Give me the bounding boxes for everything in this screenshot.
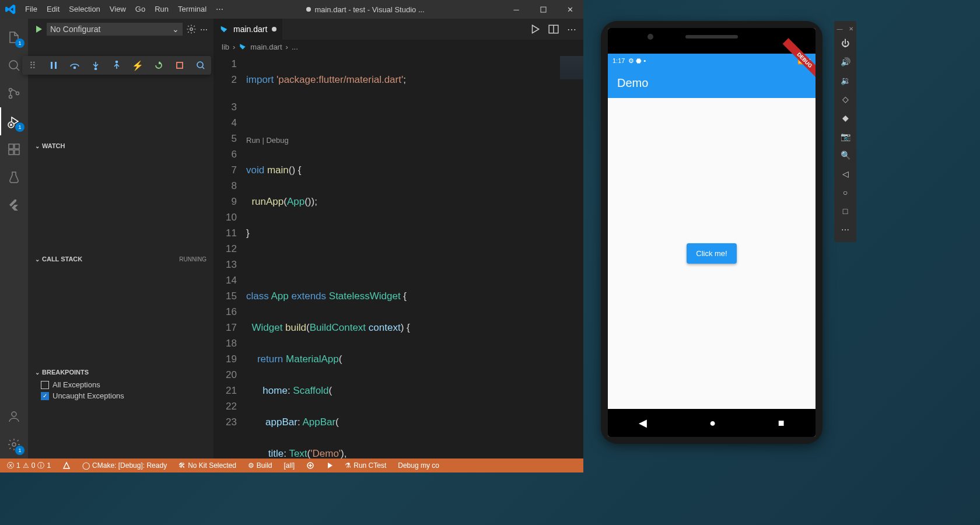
menu-go[interactable]: Go: [131, 0, 150, 19]
android-emulator: 1:17 ⚙ ⬣ ▪ 📶 ▮ DEBUG Demo Click me! ◀ ● …: [601, 21, 822, 444]
activity-run-debug[interactable]: 1: [0, 107, 28, 135]
svg-point-18: [116, 61, 118, 63]
activity-settings[interactable]: 1: [0, 430, 28, 459]
camera-icon[interactable]: 📷: [837, 128, 853, 145]
power-icon[interactable]: ⏻: [837, 34, 853, 52]
menu-file[interactable]: File: [20, 0, 42, 19]
nav-home-icon[interactable]: ●: [709, 417, 716, 429]
gear-icon[interactable]: [186, 24, 197, 34]
window-title: main.dart - test - Visual Studio ...: [228, 5, 503, 14]
rotate-right-icon[interactable]: ◆: [837, 109, 853, 127]
minimize-icon[interactable]: —: [837, 26, 843, 32]
svg-point-2: [9, 89, 12, 92]
status-ctest[interactable]: ⚗ Run CTest: [341, 461, 390, 470]
settings-badge: 1: [15, 446, 24, 455]
activity-testing[interactable]: [0, 163, 28, 191]
volume-up-icon[interactable]: 🔊: [837, 53, 853, 71]
run-icon[interactable]: [530, 24, 540, 35]
split-editor-icon[interactable]: [548, 24, 559, 35]
step-over-icon[interactable]: [68, 58, 82, 72]
nav-back-icon[interactable]: ◀: [639, 416, 647, 429]
menu-selection[interactable]: Selection: [64, 0, 104, 19]
nav-recent-icon[interactable]: ■: [778, 417, 785, 429]
status-build[interactable]: ⚙ Build: [244, 461, 276, 470]
window-controls: ─ ✕: [503, 0, 583, 19]
pause-icon[interactable]: [47, 58, 61, 72]
overview-icon[interactable]: □: [837, 202, 853, 220]
step-into-icon[interactable]: [89, 58, 103, 72]
callstack-body: [28, 266, 214, 365]
checkbox-icon[interactable]: [41, 381, 49, 389]
titlebar: File Edit Selection View Go Run Terminal…: [0, 0, 583, 19]
start-debug-icon[interactable]: [34, 24, 43, 34]
svg-rect-7: [9, 150, 13, 155]
devtools-icon[interactable]: [194, 58, 208, 72]
editor-tabs: main.dart ⋯: [214, 19, 583, 40]
status-target[interactable]: [all]: [281, 461, 299, 470]
restart-icon[interactable]: [152, 58, 166, 72]
status-play-icon[interactable]: [323, 462, 337, 469]
chevron-right-icon: ›: [286, 43, 288, 51]
dirty-dot-icon: [306, 7, 311, 12]
drag-handle-icon[interactable]: ⠿: [26, 58, 40, 72]
minimap[interactable]: [560, 54, 583, 459]
click-me-button[interactable]: Click me!: [687, 243, 736, 264]
shield-icon: ⬣: [636, 57, 642, 65]
status-cmake[interactable]: ◯ CMake: [Debug]: Ready: [79, 461, 170, 470]
tab-main-dart[interactable]: main.dart: [214, 19, 282, 40]
code-content[interactable]: import 'package:flutter/material.dart'; …: [246, 54, 560, 459]
debug-toolbar[interactable]: ⠿ ⚡: [22, 56, 211, 75]
status-debug-launch[interactable]: [303, 461, 318, 470]
svg-rect-0: [541, 7, 546, 12]
maximize-button[interactable]: [530, 0, 556, 19]
close-button[interactable]: ✕: [556, 0, 583, 19]
step-out-icon[interactable]: [110, 58, 124, 72]
code-editor[interactable]: 1234567891011121314151617181920212223 im…: [214, 54, 583, 459]
checkbox-icon[interactable]: ✓: [41, 392, 49, 400]
svg-point-16: [74, 67, 76, 69]
section-watch[interactable]: ⌄ WATCH: [28, 139, 214, 153]
menu-view[interactable]: View: [105, 0, 131, 19]
activity-source-control[interactable]: [0, 79, 28, 107]
breadcrumbs[interactable]: lib › main.dart › ...: [214, 40, 583, 54]
activity-flutter[interactable]: [0, 191, 28, 219]
activity-explorer[interactable]: 1: [0, 23, 28, 51]
breakpoint-item[interactable]: All Exceptions: [28, 379, 214, 390]
status-target-icon[interactable]: [59, 461, 74, 470]
stop-icon[interactable]: [173, 58, 187, 72]
breakpoint-item[interactable]: ✓ Uncaught Exceptions: [28, 390, 214, 401]
home-icon[interactable]: ○: [837, 184, 853, 201]
rotate-left-icon[interactable]: ◇: [837, 90, 853, 108]
more-icon[interactable]: ⋯: [200, 25, 208, 34]
status-kit[interactable]: 🛠 No Kit Selected: [175, 461, 240, 470]
volume-down-icon[interactable]: 🔉: [837, 72, 853, 89]
activity-accounts[interactable]: [0, 402, 28, 430]
minimize-button[interactable]: ─: [503, 0, 530, 19]
menu-terminal[interactable]: Terminal: [173, 0, 211, 19]
more-icon[interactable]: ⋯: [567, 24, 576, 35]
run-config-select[interactable]: No Configurat ⌄: [47, 23, 183, 36]
menu-overflow[interactable]: ⋯: [211, 0, 228, 19]
section-callstack[interactable]: ⌄ CALL STACK RUNNING: [28, 252, 214, 266]
speaker-icon: [685, 35, 738, 38]
chevron-down-icon: ⌄: [35, 369, 40, 376]
codelens[interactable]: Run | Debug: [246, 135, 560, 146]
status-debug-app[interactable]: Debug my co: [394, 461, 443, 470]
hot-reload-icon[interactable]: ⚡: [131, 58, 145, 72]
chevron-right-icon: ›: [233, 43, 235, 51]
watch-body: [28, 153, 214, 252]
square-icon: ▪: [643, 57, 646, 64]
menu-run[interactable]: Run: [150, 0, 173, 19]
debug-badge: 1: [15, 123, 24, 132]
zoom-icon[interactable]: 🔍: [837, 146, 853, 164]
svg-point-17: [95, 68, 97, 70]
section-breakpoints[interactable]: ⌄ BREAKPOINTS: [28, 365, 214, 379]
menu-edit[interactable]: Edit: [42, 0, 64, 19]
svg-point-10: [12, 412, 16, 416]
back-icon[interactable]: ◁: [837, 165, 853, 183]
close-icon[interactable]: ✕: [849, 26, 853, 32]
line-gutter: 1234567891011121314151617181920212223: [214, 54, 246, 459]
activity-extensions[interactable]: [0, 135, 28, 163]
status-problems[interactable]: ⓧ1 ⚠0 ⓘ1: [4, 461, 54, 471]
more-icon[interactable]: ⋯: [837, 221, 853, 239]
